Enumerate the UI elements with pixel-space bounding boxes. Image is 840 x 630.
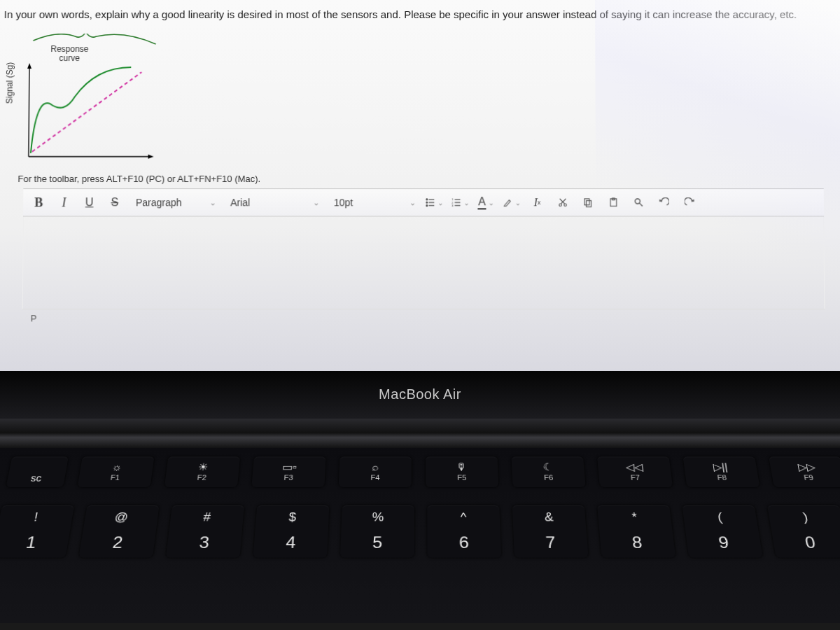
underline-button[interactable]: U (76, 189, 102, 216)
search-icon: ⌕ (372, 462, 379, 472)
key-number: 3 (198, 533, 210, 552)
key-symbol: % (372, 510, 384, 524)
mission-control-icon: ▭▫ (281, 462, 297, 472)
chevron-down-icon: ⌄ (410, 198, 416, 207)
text-color-button[interactable]: A ⌄ (473, 189, 498, 216)
chevron-down-icon: ⌄ (210, 198, 216, 207)
key-symbol: * (631, 510, 638, 524)
key-symbol: $ (288, 510, 297, 524)
key-number: 0 (804, 533, 817, 552)
editor-status-bar: P (22, 309, 825, 327)
key-symbol: ^ (461, 510, 467, 524)
svg-point-7 (426, 202, 428, 203)
fn-key-label: F4 (370, 474, 379, 482)
undo-button[interactable] (651, 189, 676, 216)
key-3[interactable]: #3 (166, 505, 244, 558)
key-symbol: # (202, 510, 211, 524)
paste-button[interactable] (601, 189, 626, 216)
key-symbol: @ (114, 510, 130, 524)
font-family-select[interactable]: Arial⌄ (222, 189, 326, 216)
key-8[interactable]: *8 (597, 505, 676, 558)
key-number: 1 (24, 533, 38, 552)
svg-point-17 (559, 204, 561, 206)
chart-annotation: Response curve (50, 45, 88, 63)
editor-content-area[interactable] (22, 216, 825, 309)
rich-text-toolbar: B I U S Paragraph⌄ Arial⌄ 10pt⌄ ⌄ 123 ⌄ … (23, 188, 824, 216)
key-1[interactable]: !1 (0, 505, 74, 558)
svg-line-0 (29, 65, 29, 157)
brightness-high-key[interactable]: ☀F2 (164, 456, 240, 486)
key-number: 6 (459, 533, 470, 552)
fn-key-label: F9 (804, 474, 814, 482)
fn-key-label: F8 (717, 474, 727, 482)
numbered-list-button[interactable]: 123 ⌄ (447, 189, 473, 216)
svg-point-25 (635, 199, 640, 204)
svg-rect-21 (584, 199, 589, 205)
fn-key-label: F1 (110, 474, 120, 482)
laptop-lower-bezel: MacBook Air (0, 371, 840, 420)
redo-button[interactable] (676, 189, 701, 216)
font-size-select[interactable]: 10pt⌄ (326, 189, 421, 216)
bullet-list-button[interactable]: ⌄ (421, 189, 447, 216)
clear-formatting-button[interactable]: Ix (524, 189, 550, 216)
laptop-hinge (0, 419, 840, 450)
highlight-button[interactable]: ⌄ (498, 189, 524, 216)
laptop-screen: In your own words, explain why a good li… (0, 0, 840, 378)
mic-key[interactable]: 🎙F5 (426, 456, 498, 486)
key-2[interactable]: @2 (78, 505, 159, 558)
svg-point-5 (426, 199, 428, 200)
svg-marker-3 (148, 155, 153, 159)
bold-button[interactable]: B (26, 189, 52, 216)
search-key[interactable]: ⌕F4 (339, 456, 412, 486)
copy-button[interactable] (575, 189, 601, 216)
key-7[interactable]: &7 (512, 505, 589, 558)
cut-button[interactable] (550, 189, 575, 216)
mic-icon: 🎙 (456, 462, 467, 472)
dnd-icon: ☾ (542, 462, 553, 472)
keyboard: sc ☼F1☀F2▭▫F3⌕F4🎙F5☾F6◁◁F7▷||F8▷▷F9 !1@2… (0, 448, 840, 623)
fn-key-label: F3 (284, 474, 293, 482)
svg-marker-2 (27, 63, 31, 69)
y-axis-label: Signal (Sg) (4, 62, 15, 104)
key-number: 8 (631, 533, 643, 552)
key-5[interactable]: %5 (340, 505, 414, 558)
block-format-select[interactable]: Paragraph⌄ (127, 189, 222, 216)
play-pause-key[interactable]: ▷||F8 (683, 456, 760, 486)
key-6[interactable]: ^6 (427, 505, 501, 558)
italic-button[interactable]: I (51, 189, 77, 216)
fn-key-label: F7 (630, 474, 640, 482)
key-symbol: ! (33, 510, 39, 524)
key-9[interactable]: (9 (682, 505, 763, 558)
function-key-row: sc ☼F1☀F2▭▫F3⌕F4🎙F5☾F6◁◁F7▷||F8▷▷F9 (0, 456, 840, 486)
brightness-low-key[interactable]: ☼F1 (78, 456, 155, 486)
response-curve-chart: Signal (Sg) Response curve (11, 34, 167, 164)
find-button[interactable] (626, 189, 651, 216)
forward-key[interactable]: ▷▷F9 (769, 456, 840, 486)
strikethrough-button[interactable]: S (102, 189, 127, 216)
chart-svg (11, 34, 167, 164)
key-number: 5 (372, 533, 383, 552)
mission-control-key[interactable]: ▭▫F3 (251, 456, 326, 486)
brightness-high-icon: ☀ (197, 462, 209, 472)
key-symbol: ( (717, 510, 723, 524)
key-symbol: ) (802, 510, 809, 524)
svg-point-9 (426, 205, 428, 206)
esc-key[interactable]: sc (6, 456, 69, 486)
question-prompt: In your own words, explain why a good li… (0, 0, 840, 30)
chevron-down-icon: ⌄ (463, 199, 469, 206)
rewind-key[interactable]: ◁◁F7 (597, 456, 673, 486)
svg-point-18 (564, 204, 566, 206)
key-number: 2 (111, 533, 124, 552)
rewind-icon: ◁◁ (625, 462, 643, 472)
svg-text:3: 3 (451, 204, 454, 207)
chevron-down-icon: ⌄ (514, 199, 520, 206)
dnd-key[interactable]: ☾F6 (512, 456, 586, 486)
key-0[interactable]: )0 (767, 505, 840, 558)
fn-key-label: F5 (457, 474, 466, 482)
svg-line-26 (639, 203, 642, 206)
key-4[interactable]: $4 (253, 505, 329, 558)
brightness-low-icon: ☼ (111, 462, 122, 472)
fn-key-label: F2 (197, 474, 206, 482)
chevron-down-icon: ⌄ (314, 198, 320, 207)
toolbar-keyboard-hint: For the toolbar, press ALT+F10 (PC) or A… (0, 171, 840, 188)
